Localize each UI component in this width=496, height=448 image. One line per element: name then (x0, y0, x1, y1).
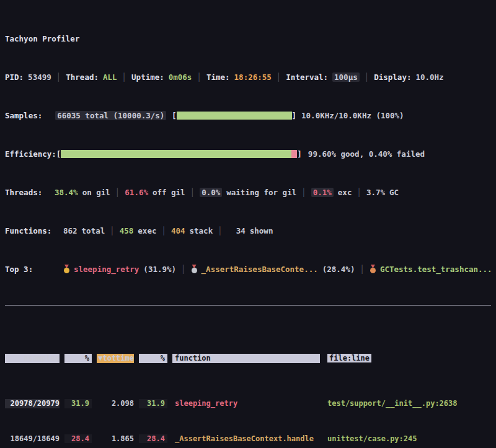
samples-summary: 66035 total (10000.3/s) (55, 111, 166, 120)
cell-function: _AssertRaisesBaseContext.handle (172, 434, 320, 444)
display-value: 10.0Hz (415, 72, 443, 82)
thread-label: Thread: (66, 72, 99, 82)
time-value: 18:26:55 (234, 72, 272, 82)
cell-pct-direct: 31.9 (64, 399, 92, 408)
samples-rate: 10.0KHz/10.0KHz (100%) (301, 111, 404, 120)
column-header-nsamples[interactable]: nsamples (5, 354, 60, 363)
samples-rate-bar (177, 112, 292, 120)
samples-label: Samples: (5, 111, 42, 120)
pid-value: 53499 (28, 72, 51, 82)
functions-shown-label: shown (250, 226, 273, 235)
separator: │ (301, 188, 306, 197)
profile-table: nsamples % ▼tottime % function file:line… (5, 336, 491, 448)
cell-fileline: unittest/case.py:245 (325, 434, 491, 444)
pid-label: PID: (5, 72, 24, 82)
open-bracket: [ (56, 149, 61, 159)
separator: │ (365, 72, 370, 82)
table-header: nsamples % ▼tottime % function file:line (5, 354, 491, 363)
cell-tottime: 1.865 (97, 434, 134, 444)
top3-row: Top 3:sleeping_retry(31.9%)│_AssertRaise… (5, 264, 491, 275)
column-header-fileline[interactable]: file:line (325, 354, 491, 363)
separator: │ (161, 226, 166, 235)
efficiency-row: Efficiency:[]99.60% good, 0.40% failed (5, 149, 491, 159)
on-gil-label: on gil (82, 188, 110, 197)
separator-rule (5, 305, 491, 305)
top3-item-3-name[interactable]: GCTests.test_trashcan... (380, 265, 492, 274)
separator: │ (181, 265, 186, 274)
separator: │ (110, 226, 115, 235)
close-bracket: ] (292, 111, 297, 120)
top3-label: Top 3: (5, 264, 63, 275)
functions-stack-label: stack (190, 226, 213, 235)
app-title: Tachyon Profiler (5, 33, 491, 44)
waiting-label: waiting for gil (226, 188, 296, 197)
functions-shown: 34 (236, 226, 246, 235)
separator: │ (56, 72, 61, 82)
uptime-value: 0m06s (169, 72, 192, 82)
column-header-pct-direct[interactable]: % (64, 354, 92, 363)
table-body: 20978/20979 31.9 2.098 31.9 sleeping_ret… (5, 382, 491, 448)
separator: │ (190, 188, 195, 197)
functions-exec: 458 (120, 226, 134, 235)
status-bar: PID:53499│Thread:ALL│Uptime:0m06s│Time:1… (5, 72, 491, 82)
table-row[interactable]: 18649/18649 28.4 1.865 28.4 _AssertRaise… (5, 434, 491, 444)
uptime-label: Uptime: (131, 72, 164, 82)
on-gil-pct: 38.4% (55, 188, 78, 197)
functions-total: 862 (63, 226, 78, 235)
bronze-medal-icon (370, 265, 376, 273)
profiler-screen: Tachyon Profiler PID:53499│Thread:ALL│Up… (0, 0, 496, 448)
cell-nsamples: 20978/20979 (5, 399, 60, 408)
separator: │ (122, 72, 127, 82)
samples-bar-group: []10.0KHz/10.0KHz (100%) (172, 110, 404, 121)
interval-label: Interval: (286, 72, 328, 82)
cell-fileline: test/support/__init__.py:2638 (325, 399, 491, 408)
gold-medal-icon (63, 265, 70, 273)
open-bracket: [ (172, 111, 177, 120)
separator: │ (356, 188, 361, 197)
separator: │ (277, 72, 281, 82)
separator: │ (360, 265, 365, 274)
cell-pct-cumulative: 28.4 (139, 434, 167, 444)
efficiency-summary: 99.60% good, 0.40% failed (308, 149, 425, 159)
efficiency-label: Efficiency: (5, 149, 56, 159)
top3-item-2-name[interactable]: _AssertRaisesBaseConte... (202, 265, 318, 274)
functions-row: Functions:862total│458exec│404stack│34sh… (5, 226, 491, 236)
separator: │ (197, 72, 202, 82)
functions-label: Functions: (5, 226, 63, 236)
column-header-pct-cumulative[interactable]: % (139, 354, 167, 363)
cell-tottime: 2.098 (97, 399, 134, 408)
top3-item-2-pct: (28.4%) (322, 265, 355, 274)
off-gil-label: off gil (153, 188, 185, 197)
display-label: Display: (374, 72, 411, 82)
separator: │ (218, 226, 223, 235)
threads-row: Threads:38.4%on gil│61.6%off gil│0.0%wai… (5, 187, 491, 198)
table-row[interactable]: 20978/20979 31.9 2.098 31.9 sleeping_ret… (5, 399, 491, 408)
interval-value: 100µs (332, 72, 360, 82)
efficiency-good-bar (61, 150, 291, 158)
top3-item-1-name[interactable]: sleeping_retry (74, 265, 139, 274)
exc-pct: 0.1% (311, 188, 334, 197)
column-header-tottime-sorted[interactable]: ▼tottime (97, 354, 134, 363)
silver-medal-icon (191, 265, 198, 273)
exc-label: exc (338, 188, 352, 197)
close-bracket: ] (297, 149, 302, 159)
cell-pct-cumulative: 31.9 (139, 399, 167, 408)
threads-label: Threads: (5, 187, 55, 198)
separator: │ (115, 188, 120, 197)
gc-label: GC (389, 188, 399, 197)
functions-exec-label: exec (138, 226, 156, 235)
functions-total-label: total (82, 226, 105, 235)
thread-value[interactable]: ALL (103, 72, 117, 82)
samples-row: Samples:66035 total (10000.3/s)[]10.0KHz… (5, 110, 491, 121)
top3-item-1-pct: (31.9%) (143, 265, 176, 274)
functions-stack: 404 (171, 226, 185, 235)
column-header-function[interactable]: function (172, 354, 320, 363)
off-gil-pct: 61.6% (125, 188, 148, 197)
waiting-pct: 0.0% (200, 188, 222, 197)
cell-pct-direct: 28.4 (64, 434, 92, 444)
efficiency-failed-bar (291, 150, 297, 158)
gc-pct: 3.7% (366, 188, 385, 197)
cell-nsamples: 18649/18649 (5, 434, 60, 444)
time-label: Time: (206, 72, 230, 82)
cell-function: sleeping_retry (172, 399, 320, 408)
